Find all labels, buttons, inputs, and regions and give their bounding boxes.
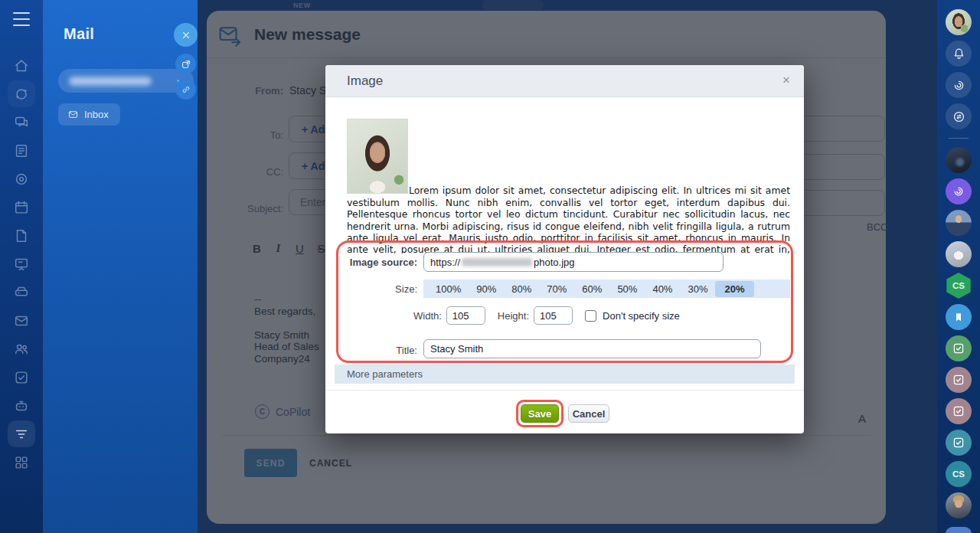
open-in-new-icon (181, 59, 191, 70)
sidebar-item-feed[interactable] (8, 137, 35, 164)
sidebar-item-automation[interactable] (8, 392, 35, 419)
employees-icon (13, 341, 30, 358)
right-sidebar: CSCS (937, 0, 980, 533)
messenger-button[interactable] (946, 103, 972, 129)
left-sidebar (0, 0, 43, 533)
chat-avatar[interactable] (946, 210, 972, 236)
envelope-icon (67, 109, 79, 120)
dialog-cancel-button[interactable]: Cancel (568, 404, 609, 423)
more-parameters-link[interactable]: More parameters (335, 365, 795, 384)
mail-panel-title: Mail (64, 25, 94, 43)
group-badge[interactable]: CS (946, 273, 972, 299)
close-button[interactable] (174, 23, 198, 47)
tasks-icon (13, 369, 30, 386)
more-icon (13, 454, 30, 471)
url-suffix: photo.jpg (534, 257, 575, 268)
chats-icon (13, 114, 30, 131)
close-icon (180, 29, 192, 41)
sidebar-item-crm[interactable] (8, 420, 35, 447)
image-preview-paragraph: Lorem ipsum dolor sit amet, consectetur … (347, 119, 790, 253)
task-chat-icon (952, 373, 965, 387)
size-options-bar: 100%90%80%70%60%50%40%30%20% (423, 280, 790, 298)
left-sidebar-items (8, 52, 35, 476)
width-input[interactable] (446, 306, 485, 325)
dont-specify-size-label: Don't specify size (603, 310, 680, 322)
mailbox-selector[interactable] (58, 69, 194, 93)
sidebar-item-employees[interactable] (8, 335, 35, 362)
chat-avatar[interactable] (946, 492, 972, 518)
saved-messages[interactable] (946, 304, 972, 330)
copilot-chat[interactable] (946, 178, 972, 204)
save-button[interactable]: Save (521, 404, 559, 423)
chat-avatar[interactable] (946, 241, 972, 267)
image-source-input[interactable]: https:// photo.jpg (423, 252, 724, 272)
height-input[interactable] (534, 306, 573, 325)
sidebar-item-mail[interactable] (8, 307, 35, 334)
dimensions-row: Width: Height: Don't specify size (413, 306, 680, 325)
workgroups-icon (13, 171, 30, 188)
mail-icon (13, 312, 30, 329)
size-option-60[interactable]: 60% (574, 281, 609, 297)
crm-icon (13, 426, 30, 443)
sidebar-item-workgroups[interactable] (8, 165, 35, 192)
title-input[interactable] (423, 339, 761, 358)
task-chat[interactable] (946, 430, 972, 456)
task-chat[interactable] (946, 367, 972, 393)
user-avatar[interactable] (946, 9, 972, 35)
sidebar-item-copilot[interactable] (8, 80, 35, 107)
sidebar-item-drive[interactable] (8, 279, 35, 306)
saved-messages-icon (952, 310, 965, 324)
inbox-label: Inbox (84, 109, 109, 120)
size-option-80[interactable]: 80% (504, 281, 539, 297)
notifications-button[interactable] (946, 41, 972, 67)
home-icon (13, 57, 30, 74)
automation-icon (13, 397, 30, 414)
task-chat[interactable] (946, 398, 972, 424)
documents-icon (13, 227, 30, 244)
size-option-90[interactable]: 90% (469, 281, 504, 297)
url-prefix: https:// (430, 257, 460, 268)
badge-initials: CS (952, 281, 965, 290)
size-option-100[interactable]: 100% (428, 281, 469, 297)
size-option-50[interactable]: 50% (609, 281, 645, 297)
calendar-icon (13, 199, 30, 216)
open-in-new-button[interactable] (175, 54, 196, 74)
task-chat-icon (952, 436, 965, 450)
dont-specify-size-checkbox[interactable] (585, 310, 596, 322)
sidebar-item-more[interactable] (8, 449, 35, 476)
copilot-chat-icon (952, 185, 965, 198)
mail-panel: Mail Inbox (43, 0, 198, 533)
redacted-url-part (462, 258, 532, 266)
lorem-text: Lorem ipsum dolor sit amet, consectetur … (347, 185, 790, 253)
size-option-70[interactable]: 70% (539, 281, 574, 297)
dialog-header (325, 65, 804, 97)
width-label: Width: (413, 310, 442, 322)
sidebar-item-home[interactable] (8, 52, 35, 79)
height-label: Height: (498, 310, 529, 322)
chat-badge-partial[interactable] (946, 527, 972, 533)
size-label: Size: (341, 283, 417, 295)
sidebar-item-tasks[interactable] (8, 364, 35, 391)
sidebar-item-chats[interactable] (8, 109, 35, 136)
sidebar-divider (949, 138, 969, 139)
menu-icon[interactable] (13, 12, 30, 26)
sidebar-item-calendar[interactable] (8, 194, 35, 221)
size-option-40[interactable]: 40% (645, 281, 680, 297)
chat-avatar[interactable] (946, 147, 972, 173)
sidebar-item-boards[interactable] (8, 250, 35, 277)
size-option-30[interactable]: 30% (680, 281, 715, 297)
close-icon[interactable]: × (782, 73, 790, 88)
copy-link-icon (181, 84, 191, 95)
size-option-20[interactable]: 20% (715, 281, 753, 297)
group-badge[interactable]: CS (946, 461, 972, 487)
sidebar-item-documents[interactable] (8, 222, 35, 249)
copy-link-button[interactable] (175, 79, 196, 100)
copilot-button[interactable] (946, 72, 972, 98)
inserted-photo (347, 119, 408, 194)
task-chat[interactable] (946, 335, 972, 361)
messenger-icon (952, 110, 966, 124)
envelope-icon (67, 109, 79, 120)
divider (325, 390, 804, 391)
sidebar-item-inbox[interactable]: Inbox (58, 103, 120, 126)
image-dialog: Image × Lorem ipsum dolor sit amet, cons… (325, 65, 804, 433)
